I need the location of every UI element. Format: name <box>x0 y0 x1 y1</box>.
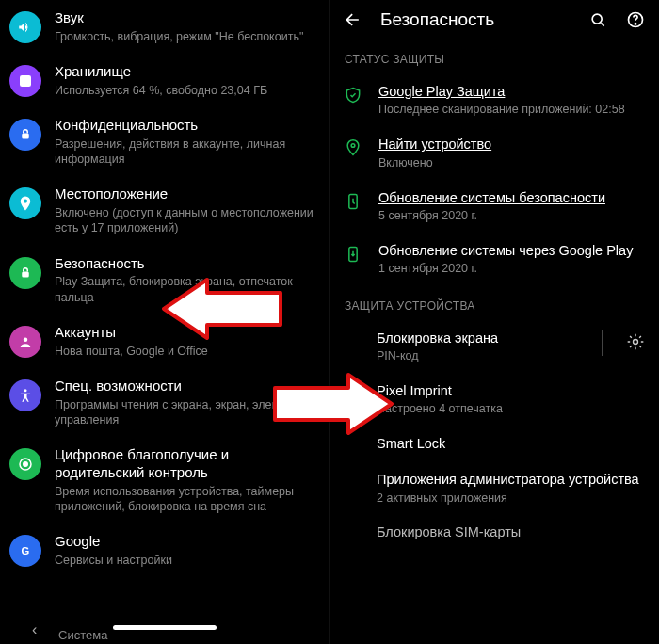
setting-title: Конфиденциальность <box>55 117 315 135</box>
shield-icon <box>343 85 363 105</box>
setting-sub: Время использования устройства, таймеры … <box>55 484 315 515</box>
row-play-protect[interactable]: Google Play Защита Последнее сканировани… <box>330 73 659 126</box>
security-icon <box>9 257 41 289</box>
privacy-icon <box>9 119 41 151</box>
back-button[interactable] <box>343 9 363 30</box>
sec-title: Smart Lock <box>377 435 646 452</box>
setting-title: Google <box>55 533 315 551</box>
sec-sub: Настроено 4 отпечатка <box>377 401 646 416</box>
setting-title: Цифровое благополучие и родительский кон… <box>55 446 315 482</box>
setting-row-wellbeing[interactable]: Цифровое благополучие и родительский кон… <box>0 437 329 523</box>
page-title: Безопасность <box>380 9 571 30</box>
row-security-update[interactable]: Обновление системы безопасности 5 сентяб… <box>330 180 659 233</box>
svg-point-8 <box>592 14 602 24</box>
sec-title: Google Play Защита <box>378 83 646 100</box>
sec-sub: 1 сентября 2020 г. <box>378 261 646 276</box>
row-device-admin[interactable]: Приложения администратора устройства 2 а… <box>330 461 659 514</box>
row-sim-lock-partial[interactable]: Блокировка SIM-карты <box>330 515 659 539</box>
setting-sub: Разрешения, действия в аккаунте, личная … <box>55 137 315 168</box>
sec-title: Обновление системы через Google Play <box>378 242 646 259</box>
svg-text:G: G <box>22 545 30 556</box>
wellbeing-icon <box>9 448 41 480</box>
setting-sub: Громкость, вибрация, режим "Не беспокоит… <box>55 29 315 44</box>
accessibility-icon <box>9 379 41 411</box>
search-button[interactable] <box>587 9 608 30</box>
location-icon <box>9 187 41 219</box>
svg-point-14 <box>634 339 638 344</box>
sec-title: Найти устройство <box>378 136 646 153</box>
arrow-left-annotation <box>160 278 282 340</box>
setting-row-privacy[interactable]: Конфиденциальность Разрешения, действия … <box>0 107 329 176</box>
storage-icon <box>9 65 41 97</box>
accounts-icon <box>9 326 41 358</box>
sound-icon <box>9 11 41 43</box>
svg-rect-1 <box>22 134 29 139</box>
sec-sub: 2 активных приложения <box>377 491 646 506</box>
sec-title: Блокировка экрана <box>377 330 585 346</box>
sec-title: Pixel Imprint <box>377 382 646 399</box>
help-button[interactable] <box>625 9 646 30</box>
update-icon <box>343 191 363 212</box>
setting-row-storage[interactable]: Хранилище Используется 64 %, свободно 23… <box>0 54 329 107</box>
row-screen-lock[interactable]: Блокировка экрана PIN-код <box>330 320 659 373</box>
divider <box>602 330 603 356</box>
update-icon <box>343 244 363 265</box>
setting-sub: Сервисы и настройки <box>55 553 315 568</box>
setting-title: Безопасность <box>55 255 315 273</box>
sec-sub: PIN-код <box>377 348 585 363</box>
home-pill[interactable] <box>113 625 217 630</box>
sec-sub: 5 сентября 2020 г. <box>378 208 646 223</box>
row-find-device[interactable]: Найти устройство Включено <box>330 126 659 179</box>
setting-row-sound[interactable]: Звук Громкость, вибрация, режим "Не бесп… <box>0 0 329 54</box>
row-play-system-update[interactable]: Обновление системы через Google Play 1 с… <box>330 233 659 285</box>
sec-sub: Включено <box>378 155 646 170</box>
arrow-right-annotation <box>273 373 395 435</box>
sec-title: Приложения администратора устройства <box>377 471 646 488</box>
setting-row-location[interactable]: Местоположение Включено (доступ к данным… <box>0 176 329 245</box>
svg-point-4 <box>24 389 27 392</box>
nav-bar <box>0 610 329 644</box>
setting-sub: Включено (доступ к данным о местоположен… <box>55 205 315 236</box>
svg-point-10 <box>635 24 635 24</box>
google-icon: G <box>9 535 41 567</box>
setting-title: Звук <box>55 9 315 27</box>
section-status-label: СТАТУС ЗАЩИТЫ <box>330 40 659 73</box>
security-pane: Безопасность СТАТУС ЗАЩИТЫ Google Play З… <box>330 0 659 644</box>
pin-icon <box>343 137 363 158</box>
sec-title: Обновление системы безопасности <box>378 189 646 206</box>
setting-title: Хранилище <box>55 63 315 81</box>
svg-point-11 <box>351 144 355 148</box>
gear-button[interactable] <box>625 331 646 352</box>
sec-sub: Последнее сканирование приложений: 02:58 <box>378 102 646 117</box>
setting-row-google[interactable]: G Google Сервисы и настройки <box>0 523 329 577</box>
svg-rect-2 <box>22 271 29 277</box>
setting-sub: Используется 64 %, свободно 23,04 ГБ <box>55 83 315 98</box>
svg-point-6 <box>24 462 28 467</box>
setting-sub: Нова пошта, Google и Office <box>55 344 315 359</box>
setting-title: Местоположение <box>55 185 315 203</box>
section-device-label: ЗАЩИТА УСТРОЙСТВА <box>330 286 659 320</box>
svg-point-3 <box>24 337 28 342</box>
svg-rect-0 <box>20 75 31 87</box>
topbar: Безопасность <box>330 0 659 40</box>
